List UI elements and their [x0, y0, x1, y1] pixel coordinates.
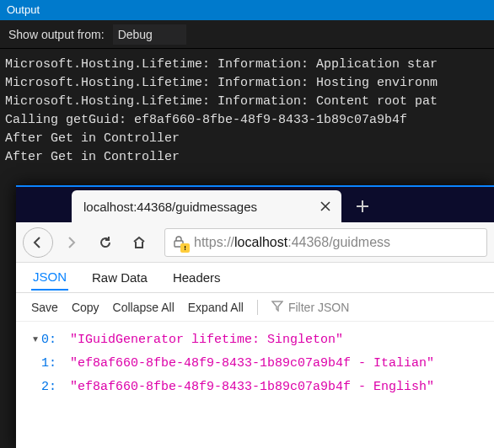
url-bar[interactable]: ! https://localhost:44368/guidmess [164, 228, 487, 257]
svg-marker-5 [272, 301, 282, 311]
browser-window: localhost:44368/guidmessages ! [16, 185, 494, 448]
toggle-icon[interactable]: ▾ [30, 328, 41, 352]
json-row: 1: "ef8af660-8fbe-48f9-8433-1b89c07a9b4f… [30, 352, 481, 376]
json-viewer: ▾ 0: "IGuidGenerator lifetime: Singleton… [16, 322, 494, 406]
json-key: 0: [41, 328, 70, 352]
toggle-spacer [30, 376, 41, 399]
filter-placeholder: Filter JSON [288, 301, 349, 314]
output-console[interactable]: Microsoft.Hosting.Lifetime: Information:… [0, 49, 494, 173]
filter-icon [271, 300, 283, 314]
json-value: "ef8af660-8fbe-48f9-8433-1b89c07a9b4f - … [70, 376, 434, 399]
output-panel-titlebar: Output [0, 0, 494, 20]
warning-badge-icon: ! [180, 243, 190, 253]
forward-button[interactable] [56, 227, 87, 258]
console-line: Microsoft.Hosting.Lifetime: Information:… [5, 57, 438, 72]
url-rest: :44368/guidmess [287, 235, 390, 249]
browser-navbar: ! https://localhost:44368/guidmess [16, 222, 494, 263]
output-source-toolbar: Show output from: Debug [0, 20, 494, 49]
console-line: Microsoft.Hosting.Lifetime: Information:… [5, 76, 438, 90]
url-scheme: https:// [194, 235, 234, 249]
back-button[interactable] [23, 227, 53, 258]
tabstrip-spacer [16, 190, 72, 222]
collapse-all-button[interactable]: Collapse All [113, 301, 175, 314]
url-text: https://localhost:44368/guidmess [194, 235, 390, 250]
viewer-subtabs: JSON Raw Data Headers [16, 263, 494, 293]
new-tab-button[interactable] [350, 194, 375, 219]
output-source-select[interactable]: Debug [113, 24, 186, 45]
url-host: localhost [234, 235, 287, 249]
save-button[interactable]: Save [31, 301, 58, 314]
tab-json[interactable]: JSON [31, 264, 68, 291]
tab-raw-data[interactable]: Raw Data [90, 265, 149, 290]
reload-button[interactable] [90, 227, 121, 258]
filter-json-input[interactable]: Filter JSON [271, 300, 349, 314]
console-line: After Get in Controller [5, 150, 180, 164]
browser-tabstrip: localhost:44368/guidmessages [16, 185, 494, 222]
lock-icon: ! [172, 235, 187, 250]
toggle-spacer [30, 352, 41, 376]
output-panel-title: Output [7, 3, 40, 16]
json-key: 1: [41, 352, 70, 376]
console-line: Microsoft.Hosting.Lifetime: Information:… [5, 94, 438, 109]
json-row: 2: "ef8af660-8fbe-48f9-8433-1b89c07a9b4f… [30, 376, 481, 399]
expand-all-button[interactable]: Expand All [188, 301, 244, 314]
home-button[interactable] [124, 227, 154, 258]
json-value: "ef8af660-8fbe-48f9-8433-1b89c07a9b4f - … [70, 352, 434, 376]
close-icon[interactable] [318, 199, 333, 214]
tab-headers[interactable]: Headers [171, 265, 223, 290]
viewer-actions: Save Copy Collapse All Expand All Filter… [16, 293, 494, 322]
json-key: 2: [41, 376, 70, 399]
browser-tab-active[interactable]: localhost:44368/guidmessages [72, 190, 341, 222]
browser-tab-label: localhost:44368/guidmessages [83, 200, 311, 214]
json-row: ▾ 0: "IGuidGenerator lifetime: Singleton… [30, 328, 481, 352]
copy-button[interactable]: Copy [72, 301, 99, 314]
divider [257, 300, 258, 315]
console-line: After Get in Controller [5, 131, 180, 146]
console-line: Calling getGuid: ef8af660-8fbe-48f9-8433… [5, 113, 407, 127]
output-source-selected: Debug [118, 28, 153, 41]
json-value: "IGuidGenerator lifetime: Singleton" [70, 328, 343, 352]
output-source-label: Show output from: [8, 28, 105, 41]
